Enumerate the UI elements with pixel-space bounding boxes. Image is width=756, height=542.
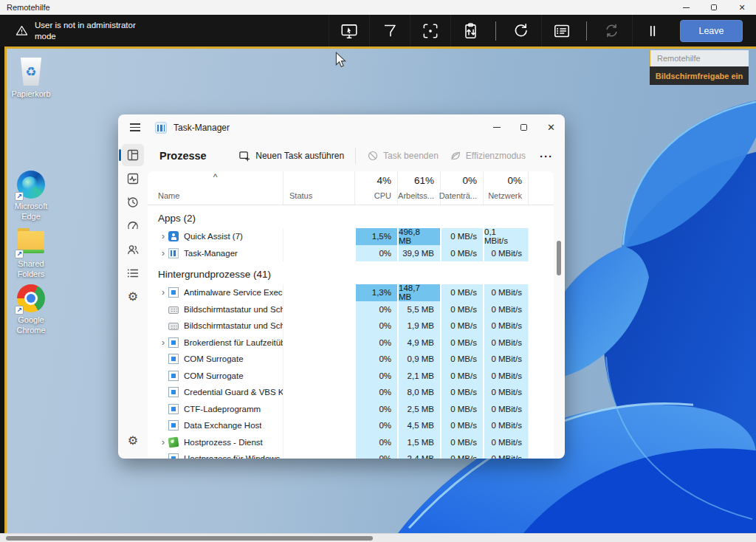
desktop-icon-label: Microsoft Edge [8, 202, 54, 222]
laser-pointer-button[interactable] [369, 15, 410, 47]
horizontal-scrollbar[interactable] [0, 533, 756, 542]
nav-item-processes[interactable] [122, 144, 144, 166]
app-maximize-button[interactable] [700, 0, 728, 15]
process-row[interactable]: COM Surrogate0%0,9 MB0 MB/s0 MBit/s [148, 351, 554, 368]
desktop-icon-shared-folders[interactable]: ↗ Shared Folders [8, 227, 54, 280]
page-title: Prozesse [159, 150, 207, 162]
monitor-share-icon [340, 21, 359, 41]
nav-item-settings[interactable]: ⚙ [122, 430, 144, 452]
process-row[interactable]: ›Antimalware Service Executable1,3%148,7… [148, 284, 554, 301]
section-header[interactable]: Apps (2) [148, 205, 554, 228]
expand-chevron-icon[interactable]: › [158, 437, 168, 447]
leave-button[interactable]: Leave [680, 20, 743, 42]
process-name-cell: ›Brokerdienst für Laufzeitüberw... [148, 335, 283, 351]
process-row[interactable]: COM Surrogate0%2,1 MB0 MB/s0 MBit/s [148, 368, 554, 385]
process-filler-cell [528, 245, 554, 262]
column-cpu[interactable]: 4% CPU [354, 171, 397, 205]
screen-sharing-on-badge: Bildschirmfreigabe ein [650, 66, 749, 85]
process-row[interactable]: Bildschirmtastatur und Schreib...0%1,9 M… [148, 318, 554, 335]
share-banner: Remotehilfe Bildschirmfreigabe ein [650, 50, 749, 85]
process-row[interactable]: Bildschirmtastatur und Schreib...0%5,5 M… [148, 301, 554, 318]
column-disk[interactable]: 0% Datenträ... [440, 171, 483, 205]
app-minimize-button[interactable] [672, 0, 700, 15]
minimize-icon [683, 7, 690, 8]
process-mem-cell: 1,9 MB [397, 318, 440, 335]
fullscreen-button[interactable] [410, 15, 450, 47]
pause-sharing-button[interactable] [632, 15, 673, 47]
instructions-button[interactable] [541, 15, 582, 47]
nav-item-services[interactable]: ⚙ [122, 286, 144, 308]
process-name-cell: Hostprozess für Windows-Auf... [148, 450, 283, 459]
process-list-scrollbar[interactable] [555, 236, 563, 455]
column-memory[interactable]: 61% Arbeitss... [397, 171, 440, 205]
desktop-icon-recycle-bin[interactable]: ♻ Papierkorb [8, 58, 54, 100]
process-status-cell [283, 384, 354, 401]
expand-chevron-icon[interactable]: › [158, 337, 168, 348]
process-net-cell: 0 MBit/s [483, 351, 528, 368]
process-status-cell [283, 368, 354, 385]
process-row[interactable]: ›Task-Manager0%39,9 MB0 MB/s0 MBit/s [148, 245, 554, 262]
column-network-label: Netzwerk [488, 191, 522, 200]
process-name-cell: COM Surrogate [148, 351, 283, 368]
process-net-cell: 0 MBit/s [483, 335, 528, 351]
process-status-cell [283, 301, 354, 318]
process-row[interactable]: ›Quick Assist (7)1,5%496,8 MB0 MB/s0,1 M… [148, 228, 554, 245]
nav-item-performance[interactable] [122, 168, 144, 190]
process-cpu-cell: 0% [354, 417, 397, 434]
process-name: Antimalware Service Executable [184, 288, 283, 297]
restart-button[interactable] [501, 15, 541, 47]
monitor-share-button[interactable] [329, 15, 369, 47]
process-mem-cell: 39,9 MB [397, 245, 440, 262]
hamburger-menu-button[interactable] [124, 118, 146, 137]
tm-minimize-button[interactable] [483, 114, 510, 140]
app-titlebar: Remotehilfe ✕ [0, 0, 756, 15]
efficiency-mode-button[interactable]: Effizienzmodus [450, 150, 526, 162]
processes-icon [126, 148, 140, 162]
expand-chevron-icon[interactable]: › [158, 231, 168, 241]
more-options-button[interactable]: ··· [537, 150, 556, 162]
run-new-task-button[interactable]: Neuen Task ausführen [238, 150, 344, 162]
process-mem-cell: 0,9 MB [397, 351, 440, 368]
desktop-icon-label: Google Chrome [8, 315, 54, 336]
process-row[interactable]: Data Exchange Host0%4,5 MB0 MB/s0 MBit/s [148, 417, 554, 434]
process-list: Apps (2)›Quick Assist (7)1,5%496,8 MB0 M… [148, 205, 554, 459]
tm-close-button[interactable]: ✕ [537, 114, 565, 140]
desktop-icon-microsoft-edge[interactable]: ↗ Microsoft Edge [8, 170, 54, 222]
process-filler-cell [528, 335, 554, 351]
clipboard-transfer-button[interactable] [450, 15, 491, 47]
recycle-bin-icon: ♻ [19, 58, 43, 86]
end-task-button[interactable]: Task beenden [367, 150, 439, 162]
default-icon [168, 387, 179, 397]
efficiency-mode-icon [450, 150, 461, 162]
nav-item-details[interactable] [122, 262, 144, 284]
process-mem-cell: 5,5 MB [397, 301, 440, 318]
expand-chevron-icon[interactable]: › [158, 287, 168, 298]
service-host-icon [168, 436, 179, 447]
process-row[interactable]: Credential Guard & VBS Key Is...0%8,0 MB… [148, 384, 554, 401]
end-task-icon [367, 150, 379, 162]
app-history-icon [126, 196, 140, 209]
process-cpu-cell: 0% [354, 450, 397, 459]
scrollbar-thumb[interactable] [557, 241, 561, 275]
admin-warning: User is not in administrator mode [0, 20, 145, 42]
tm-maximize-button[interactable] [510, 114, 537, 140]
column-name[interactable]: ^ Name [148, 171, 283, 205]
column-network[interactable]: 0% Netzwerk [483, 171, 528, 205]
section-title: Hintergrundprozesse (41) [158, 269, 271, 280]
process-row[interactable]: ›Brokerdienst für Laufzeitüberw...0%4,9 … [148, 335, 554, 351]
process-row[interactable]: CTF-Ladeprogramm0%2,5 MB0 MB/s0 MBit/s [148, 401, 554, 418]
nav-item-users[interactable] [122, 239, 144, 261]
app-close-button[interactable]: ✕ [728, 0, 756, 15]
column-status[interactable]: Status [283, 171, 354, 205]
process-disk-cell: 0 MB/s [440, 368, 483, 385]
nav-item-app-history[interactable] [122, 191, 144, 213]
nav-item-startup-apps[interactable] [122, 215, 144, 237]
disk-total-percent: 0% [462, 175, 477, 186]
horizontal-scrollbar-thumb[interactable] [6, 536, 373, 541]
remote-help-app: Remotehilfe ✕ User is not in administrat… [0, 0, 756, 542]
expand-chevron-icon[interactable]: › [158, 248, 168, 258]
process-row[interactable]: ›Hostprozess - Dienst0%1,5 MB0 MB/s0 MBi… [148, 434, 554, 451]
process-row[interactable]: Hostprozess für Windows-Auf...0%2,4 MB0 … [148, 450, 554, 459]
section-header[interactable]: Hintergrundprozesse (41) [148, 261, 554, 284]
desktop-icon-google-chrome[interactable]: ↗ Google Chrome [8, 284, 54, 336]
